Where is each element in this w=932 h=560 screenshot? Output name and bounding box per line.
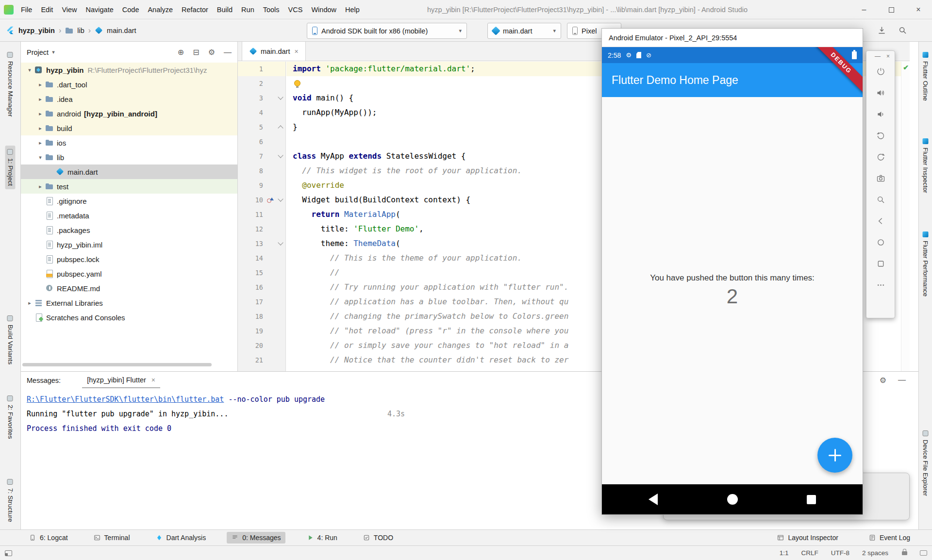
project-panel-title[interactable]: Project bbox=[27, 49, 49, 56]
tool-6-logcat[interactable]: 6: Logcat bbox=[24, 532, 72, 544]
tool-terminal[interactable]: Terminal bbox=[89, 532, 134, 544]
stripe-1-project[interactable]: 1: Project bbox=[5, 146, 16, 189]
nav-overview-icon[interactable] bbox=[807, 495, 816, 504]
chevron-down-icon[interactable]: ▾ bbox=[52, 49, 55, 55]
home-icon[interactable] bbox=[866, 231, 895, 253]
tool-window-toggle-icon[interactable] bbox=[5, 550, 12, 556]
stripe-flutter-outline[interactable]: Flutter Outline bbox=[920, 49, 931, 104]
tree-item-ios[interactable]: ▸ios bbox=[21, 135, 237, 150]
status-crlf[interactable]: CRLF bbox=[801, 549, 818, 557]
tree-item-dart-tool[interactable]: ▸.dart_tool bbox=[21, 77, 237, 92]
stripe-flutter-inspector[interactable]: Flutter Inspector bbox=[920, 135, 931, 197]
fold-down-icon[interactable] bbox=[278, 196, 283, 201]
tree-item-metadata[interactable]: .metadata bbox=[21, 208, 237, 223]
minimize-icon[interactable]: – bbox=[850, 0, 878, 19]
stripe-7-structure[interactable]: 7: Structure bbox=[5, 476, 16, 526]
tree-item-main-dart[interactable]: main.dart bbox=[21, 165, 237, 179]
breadcrumb-project[interactable]: hyzp_yibin bbox=[18, 27, 55, 34]
volume-down-icon[interactable] bbox=[866, 103, 895, 125]
breadcrumb-folder[interactable]: lib bbox=[77, 27, 84, 34]
menu-edit[interactable]: Edit bbox=[36, 4, 57, 15]
menu-tools[interactable]: Tools bbox=[259, 4, 284, 15]
menu-help[interactable]: Help bbox=[341, 4, 364, 15]
inspection-ok-icon[interactable]: ✔ bbox=[903, 64, 909, 71]
overview-icon[interactable] bbox=[866, 253, 895, 274]
menu-file[interactable]: File bbox=[17, 4, 36, 15]
horizontal-scrollbar[interactable] bbox=[22, 363, 212, 366]
tool-0-messages[interactable]: 0: Messages bbox=[227, 532, 285, 544]
tree-item-pubspec-lock[interactable]: pubspec.lock bbox=[21, 252, 237, 266]
menu-code[interactable]: Code bbox=[118, 4, 144, 15]
hide-panel-icon[interactable]: — bbox=[898, 376, 906, 385]
gear-icon[interactable]: ⚙ bbox=[208, 48, 215, 57]
tree-item-external-libraries[interactable]: ▸External Libraries bbox=[21, 296, 237, 310]
gear-icon[interactable]: ⚙ bbox=[880, 376, 886, 385]
tool-dart-analysis[interactable]: Dart Analysis bbox=[151, 532, 211, 544]
tree-right-arrow-icon[interactable]: ▸ bbox=[35, 82, 45, 88]
messages-flutter-tab[interactable]: [hyzp_yibin] Flutter × bbox=[82, 373, 160, 388]
device-selector[interactable]: Android SDK built for x86 (mobile) ▾ bbox=[307, 23, 467, 39]
tab-main-dart[interactable]: main.dart × bbox=[242, 42, 306, 61]
tree-right-arrow-icon[interactable]: ▸ bbox=[35, 111, 45, 117]
stripe-2-favorites[interactable]: 2: Favorites bbox=[5, 392, 16, 443]
status-utf-8[interactable]: UTF-8 bbox=[831, 549, 849, 557]
intention-bulb-icon[interactable] bbox=[294, 80, 300, 86]
stripe-flutter-performance[interactable]: Flutter Performance bbox=[920, 228, 931, 300]
tool-4-run[interactable]: 4: Run bbox=[302, 532, 342, 544]
fold-down-icon[interactable] bbox=[278, 94, 283, 99]
maximize-icon[interactable] bbox=[878, 0, 905, 19]
back-icon[interactable] bbox=[866, 210, 895, 231]
power-icon[interactable] bbox=[866, 61, 895, 82]
tree-item-hyzp-yibin[interactable]: ▾hyzp_yibin R:\FlutterProject\FlutterPro… bbox=[21, 63, 237, 77]
close-icon[interactable]: × bbox=[905, 0, 932, 19]
fab-increment-button[interactable] bbox=[817, 438, 852, 473]
emulator-screen[interactable]: 2:58 ⚙ ⊘ Flutter Demo Home Page DEBUG Yo… bbox=[602, 47, 863, 514]
screenshot-icon[interactable] bbox=[866, 167, 895, 189]
tree-right-arrow-icon[interactable]: ▸ bbox=[35, 140, 45, 146]
tool-todo[interactable]: TODO bbox=[358, 532, 398, 544]
menu-window[interactable]: Window bbox=[307, 4, 341, 15]
override-marker-icon[interactable] bbox=[267, 197, 274, 203]
volume-up-icon[interactable] bbox=[866, 82, 895, 103]
tree-right-arrow-icon[interactable]: ▸ bbox=[35, 125, 45, 132]
status-1-1[interactable]: 1:1 bbox=[780, 549, 789, 557]
screen-layout-icon[interactable] bbox=[920, 550, 927, 556]
tree-right-arrow-icon[interactable]: ▸ bbox=[35, 183, 45, 190]
tab-close-icon[interactable]: × bbox=[294, 48, 298, 55]
menu-run[interactable]: Run bbox=[237, 4, 259, 15]
menu-vcs[interactable]: VCS bbox=[284, 4, 307, 15]
run-config-selector[interactable]: main.dart ▾ bbox=[487, 23, 561, 39]
breadcrumb-file[interactable]: main.dart bbox=[107, 27, 136, 34]
fold-down-icon[interactable] bbox=[278, 240, 283, 245]
nav-back-icon[interactable] bbox=[649, 494, 658, 505]
menu-view[interactable]: View bbox=[57, 4, 81, 15]
tree-item-pubspec-yaml[interactable]: pubspec.yaml bbox=[21, 266, 237, 281]
stripe-device-file-explorer[interactable]: Device File Explorer bbox=[920, 427, 931, 499]
tree-item-readme-md[interactable]: README.md bbox=[21, 281, 237, 296]
locate-file-icon[interactable]: ⊕ bbox=[178, 48, 184, 57]
stripe-build-variants[interactable]: Build Variants bbox=[5, 312, 16, 368]
tree-down-arrow-icon[interactable]: ▾ bbox=[35, 154, 45, 161]
tool-event-log[interactable]: Event Log bbox=[864, 532, 915, 544]
tree-item-idea[interactable]: ▸.idea bbox=[21, 92, 237, 106]
collapse-all-icon[interactable]: ⊟ bbox=[193, 48, 199, 57]
tree-item-android[interactable]: ▸android [hyzp_yibin_android] bbox=[21, 106, 237, 121]
tree-down-arrow-icon[interactable]: ▾ bbox=[25, 67, 34, 73]
menu-navigate[interactable]: Navigate bbox=[82, 4, 118, 15]
tree-item-scratches-and-consoles[interactable]: Scratches and Consoles bbox=[21, 310, 237, 325]
console-command-link[interactable]: R:\Flutter\FlutterSDK\flutter\bin\flutte… bbox=[27, 395, 224, 404]
menu-refactor[interactable]: Refactor bbox=[177, 4, 213, 15]
zoom-icon[interactable] bbox=[866, 189, 895, 210]
fold-up-icon[interactable] bbox=[278, 125, 283, 131]
tab-close-icon[interactable]: × bbox=[151, 376, 155, 384]
tree-item-hyzp-yibin-iml[interactable]: hyzp_yibin.iml bbox=[21, 237, 237, 252]
lock-icon[interactable] bbox=[902, 551, 907, 555]
tree-right-arrow-icon[interactable]: ▸ bbox=[35, 96, 45, 102]
tree-right-arrow-icon[interactable]: ▸ bbox=[25, 300, 34, 306]
tree-item-gitignore[interactable]: .gitignore bbox=[21, 194, 237, 208]
search-icon[interactable] bbox=[898, 25, 908, 37]
menu-build[interactable]: Build bbox=[213, 4, 237, 15]
hide-panel-icon[interactable]: — bbox=[224, 48, 232, 57]
nav-home-icon[interactable] bbox=[727, 494, 738, 505]
rotate-right-icon[interactable] bbox=[866, 146, 895, 167]
